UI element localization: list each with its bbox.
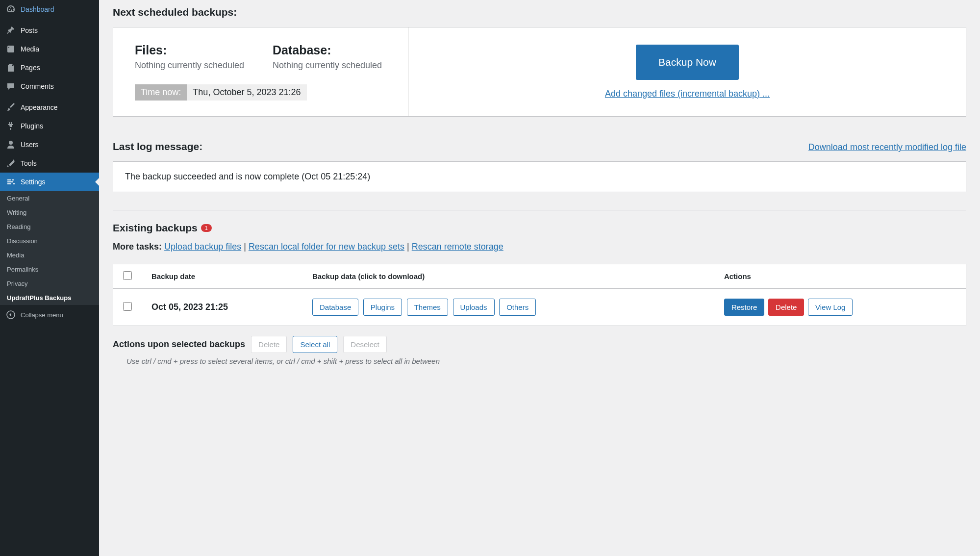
files-label: Files: — [135, 43, 251, 57]
page-icon — [6, 63, 16, 73]
last-log-heading: Last log message: — [113, 141, 202, 152]
table-header-actions: Actions — [714, 264, 966, 289]
sidebar-item-posts[interactable]: Posts — [0, 21, 99, 40]
media-icon — [6, 44, 16, 54]
divider — [113, 210, 966, 210]
restore-button[interactable]: Restore — [724, 299, 765, 316]
sidebar-label: Dashboard — [21, 5, 54, 13]
submenu-general[interactable]: General — [0, 191, 99, 205]
more-tasks-row: More tasks: Upload backup files | Rescan… — [113, 242, 966, 252]
data-database-button[interactable]: Database — [312, 299, 358, 316]
time-now-value: Thu, October 5, 2023 21:26 — [187, 84, 306, 101]
download-log-link[interactable]: Download most recently modified log file — [808, 142, 966, 152]
pin-icon — [6, 25, 16, 35]
sidebar-item-tools[interactable]: Tools — [0, 154, 99, 173]
bulk-hint: Use ctrl / cmd + press to select several… — [113, 357, 966, 365]
sidebar-label: Appearance — [21, 103, 58, 111]
data-uploads-button[interactable]: Uploads — [453, 299, 495, 316]
dashboard-icon — [6, 4, 16, 14]
data-themes-button[interactable]: Themes — [407, 299, 448, 316]
rescan-remote-link[interactable]: Rescan remote storage — [412, 242, 503, 252]
comment-icon — [6, 81, 16, 91]
admin-sidebar: Dashboard Posts Media Pages Comments App… — [0, 0, 99, 556]
data-others-button[interactable]: Others — [499, 299, 536, 316]
table-header-checkbox — [113, 264, 142, 289]
database-status: Nothing currently scheduled — [273, 60, 388, 71]
incremental-backup-link[interactable]: Add changed files (incremental backup) .… — [605, 89, 770, 99]
sidebar-item-pages[interactable]: Pages — [0, 58, 99, 77]
sidebar-item-plugins[interactable]: Plugins — [0, 117, 99, 135]
submenu-reading[interactable]: Reading — [0, 220, 99, 234]
existing-backups-heading: Existing backups 1 — [113, 222, 966, 234]
wrench-icon — [6, 158, 16, 168]
sidebar-label: Media — [21, 45, 39, 53]
existing-count-badge: 1 — [201, 224, 212, 232]
schedule-panel: Files: Nothing currently scheduled Datab… — [113, 27, 966, 117]
backup-data-cell: Database Plugins Themes Uploads Others — [302, 289, 714, 326]
sidebar-item-media[interactable]: Media — [0, 40, 99, 58]
bulk-actions-label: Actions upon selected backups — [113, 339, 245, 350]
table-header-data: Backup data (click to download) — [302, 264, 714, 289]
more-tasks-label: More tasks: — [113, 242, 162, 252]
sidebar-label: Comments — [21, 82, 54, 90]
sidebar-label: Users — [21, 141, 39, 149]
backups-table: Backup date Backup data (click to downlo… — [113, 264, 966, 326]
submenu-media[interactable]: Media — [0, 248, 99, 262]
sidebar-item-users[interactable]: Users — [0, 135, 99, 154]
bulk-delete-button[interactable]: Delete — [251, 336, 287, 353]
upload-backup-link[interactable]: Upload backup files — [164, 242, 241, 252]
next-scheduled-heading: Next scheduled backups: — [113, 6, 966, 18]
bulk-deselect-button[interactable]: Deselect — [343, 336, 386, 353]
sliders-icon — [6, 177, 16, 187]
row-checkbox[interactable] — [123, 302, 132, 311]
existing-heading-text: Existing backups — [113, 222, 198, 234]
sidebar-label: Tools — [21, 159, 37, 167]
sidebar-item-comments[interactable]: Comments — [0, 77, 99, 96]
data-plugins-button[interactable]: Plugins — [363, 299, 402, 316]
submenu-writing[interactable]: Writing — [0, 205, 99, 220]
time-now-row: Time now: Thu, October 5, 2023 21:26 — [135, 84, 307, 101]
backup-actions: Backup Now Add changed files (incrementa… — [409, 27, 966, 116]
submenu-discussion[interactable]: Discussion — [0, 234, 99, 248]
rescan-local-link[interactable]: Rescan local folder for new backup sets — [249, 242, 404, 252]
sidebar-label: Posts — [21, 26, 38, 34]
bulk-actions-row: Actions upon selected backups Delete Sel… — [113, 336, 966, 353]
plug-icon — [6, 121, 16, 131]
table-row: Oct 05, 2023 21:25 Database Plugins Them… — [113, 289, 966, 326]
settings-submenu: General Writing Reading Discussion Media… — [0, 191, 99, 305]
sidebar-label: Settings — [21, 178, 46, 186]
submenu-privacy[interactable]: Privacy — [0, 277, 99, 291]
time-now-label: Time now: — [135, 84, 187, 101]
collapse-icon — [6, 310, 16, 320]
select-all-checkbox[interactable] — [123, 271, 132, 280]
submenu-permalinks[interactable]: Permalinks — [0, 262, 99, 277]
sidebar-label: Pages — [21, 64, 40, 72]
actions-cell: Restore Delete View Log — [714, 289, 966, 326]
view-log-button[interactable]: View Log — [808, 299, 853, 316]
collapse-menu-button[interactable]: Collapse menu — [0, 305, 99, 325]
bulk-select-all-button[interactable]: Select all — [293, 336, 337, 353]
sidebar-item-settings[interactable]: Settings — [0, 173, 99, 191]
sidebar-label: Plugins — [21, 122, 43, 130]
files-status: Nothing currently scheduled — [135, 60, 251, 71]
sidebar-item-appearance[interactable]: Appearance — [0, 98, 99, 117]
database-label: Database: — [273, 43, 388, 57]
delete-button[interactable]: Delete — [768, 299, 804, 316]
table-header-date: Backup date — [142, 264, 302, 289]
backup-now-button[interactable]: Backup Now — [636, 45, 739, 80]
submenu-updraftplus[interactable]: UpdraftPlus Backups — [0, 291, 99, 305]
schedule-info: Files: Nothing currently scheduled Datab… — [113, 27, 409, 116]
backup-date: Oct 05, 2023 21:25 — [142, 289, 302, 326]
collapse-menu-label: Collapse menu — [21, 311, 63, 319]
main-content: Next scheduled backups: Files: Nothing c… — [99, 0, 980, 556]
user-icon — [6, 140, 16, 150]
sidebar-item-dashboard[interactable]: Dashboard — [0, 0, 99, 19]
log-message: The backup succeeded and is now complete… — [113, 161, 966, 192]
paintbrush-icon — [6, 102, 16, 112]
